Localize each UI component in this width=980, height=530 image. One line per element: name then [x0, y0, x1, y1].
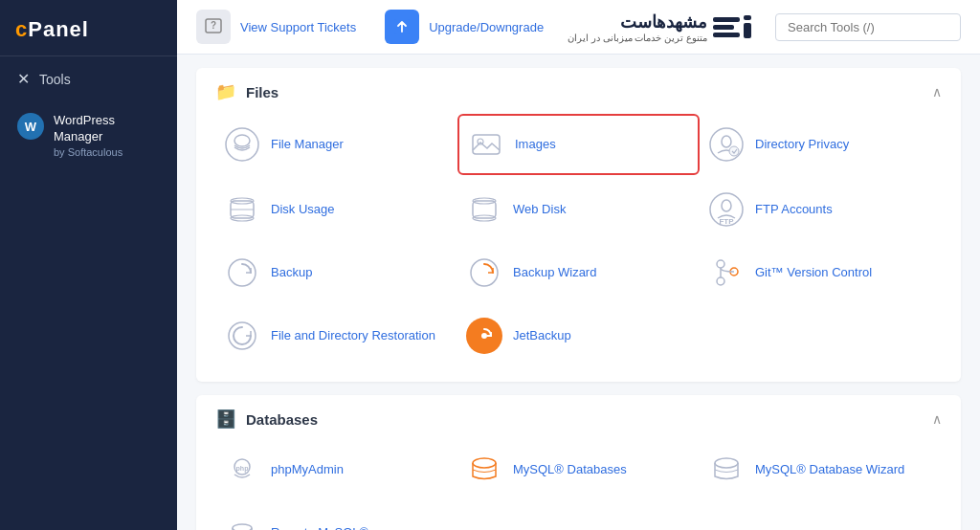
files-folder-icon: 📁 [215, 81, 236, 102]
backup-label: Backup [271, 265, 312, 281]
search-input[interactable] [775, 13, 961, 41]
files-collapse-icon[interactable]: ∧ [932, 84, 942, 99]
main-content: ? View Support Tickets Upgrade/Downgrade… [177, 0, 980, 530]
tool-disk-usage[interactable]: Disk Usage [215, 181, 457, 238]
disk-usage-icon [223, 190, 261, 229]
directory-privacy-label: Directory Privacy [755, 137, 849, 153]
mysql-databases-icon [465, 451, 503, 489]
git-version-control-icon [707, 254, 746, 292]
svg-point-22 [717, 260, 724, 268]
tool-git-version-control[interactable]: Git™ Version Control [700, 244, 942, 301]
git-version-control-label: Git™ Version Control [755, 265, 872, 281]
wp-manager-label: WordPress Manager [54, 113, 160, 145]
upgrade-icon [385, 10, 419, 44]
svg-text:php: php [236, 465, 249, 473]
ftp-accounts-label: FTP Accounts [755, 202, 833, 218]
phpmyadmin-label: phpMyAdmin [271, 462, 344, 478]
databases-icon: 🗄️ [215, 409, 236, 430]
databases-section-title: Databases [246, 411, 318, 428]
wordpress-icon: W [17, 113, 44, 140]
tool-jetbackup[interactable]: JetBackup [457, 307, 700, 364]
phpmyadmin-icon: php [223, 451, 261, 489]
support-tickets-icon: ? [196, 10, 231, 44]
file-directory-restoration-icon [223, 317, 261, 355]
svg-point-3 [226, 128, 258, 161]
topbar: ? View Support Tickets Upgrade/Downgrade… [177, 0, 980, 55]
mysql-database-wizard-label: MySQL® Database Wizard [755, 462, 904, 478]
cpanel-logo: cPanel [0, 0, 177, 56]
web-disk-icon [465, 190, 503, 229]
support-tickets-label: View Support Tickets [240, 20, 356, 34]
tool-phpmyadmin[interactable]: php phpMyAdmin [215, 441, 457, 498]
logo-text: cPanel [15, 17, 89, 41]
tools-icon: ✕ [17, 70, 30, 88]
svg-point-32 [233, 524, 252, 530]
tool-directory-privacy[interactable]: Directory Privacy [700, 114, 942, 175]
svg-text:?: ? [211, 20, 216, 31]
tool-backup-wizard[interactable]: Backup Wizard [457, 244, 700, 301]
svg-rect-5 [473, 135, 500, 154]
tool-mysql-database-wizard[interactable]: MySQL® Database Wizard [700, 441, 942, 498]
tool-ftp-accounts[interactable]: FTP FTP Accounts [700, 181, 942, 238]
file-manager-icon [223, 125, 261, 164]
upgrade-link[interactable]: Upgrade/Downgrade [385, 10, 544, 44]
files-section: 📁 Files ∧ File Manage [196, 68, 961, 382]
sidebar-item-tools[interactable]: ✕ Tools [0, 56, 177, 101]
files-section-title: Files [246, 84, 278, 100]
backup-wizard-label: Backup Wizard [513, 265, 596, 281]
files-tools-grid: File Manager Images [215, 114, 942, 364]
databases-collapse-icon[interactable]: ∧ [932, 411, 942, 427]
sidebar-item-wordpress[interactable]: W WordPress Manager by Softaculous [0, 101, 177, 170]
ftp-accounts-icon: FTP [707, 190, 746, 229]
svg-point-27 [481, 333, 487, 339]
images-label: Images [515, 137, 556, 153]
disk-usage-label: Disk Usage [271, 202, 334, 218]
directory-privacy-icon [707, 125, 746, 164]
jetbackup-label: JetBackup [513, 328, 571, 344]
brand-logo: مشهدهاست متنوع ترین خدمات میزبانی در ایر… [568, 11, 751, 43]
brand-name: مشهدهاست [568, 11, 707, 33]
databases-tools-grid: php phpMyAdmin MySQL® Databases [215, 441, 942, 530]
svg-point-31 [715, 458, 738, 468]
content-area: 📁 Files ∧ File Manage [177, 68, 980, 530]
brand-sub: متنوع ترین خدمات میزبانی در ایران [568, 33, 707, 43]
svg-point-4 [234, 135, 250, 146]
databases-section: 🗄️ Databases ∧ php phpMyAdmin [196, 395, 961, 530]
svg-point-8 [722, 136, 731, 147]
jetbackup-icon [465, 317, 503, 355]
svg-point-23 [717, 277, 724, 285]
databases-section-header: 🗄️ Databases ∧ [215, 409, 942, 430]
support-tickets-link[interactable]: ? View Support Tickets [196, 10, 356, 44]
sidebar-tools-label: Tools [39, 72, 71, 87]
upgrade-label: Upgrade/Downgrade [429, 20, 544, 34]
mysql-databases-label: MySQL® Databases [513, 462, 627, 478]
tool-images[interactable]: Images [457, 114, 700, 175]
tool-backup[interactable]: Backup [215, 244, 457, 301]
file-manager-label: File Manager [271, 137, 344, 153]
remote-mysql-label: Remote MySQL® [271, 525, 368, 530]
tool-web-disk[interactable]: Web Disk [457, 181, 700, 238]
svg-point-9 [729, 146, 739, 156]
svg-point-30 [473, 458, 496, 468]
tool-file-manager[interactable]: File Manager [215, 114, 457, 175]
mysql-database-wizard-icon [707, 451, 746, 489]
svg-point-18 [722, 200, 731, 211]
wp-manager-sub: by Softaculous [54, 145, 160, 159]
sidebar: cPanel ✕ Tools W WordPress Manager by So… [0, 0, 177, 530]
remote-mysql-icon [223, 514, 261, 530]
web-disk-label: Web Disk [513, 202, 566, 218]
svg-point-7 [710, 128, 743, 161]
topbar-left: ? View Support Tickets Upgrade/Downgrade [196, 10, 544, 44]
backup-icon [223, 254, 261, 292]
images-icon [467, 125, 505, 164]
files-section-header: 📁 Files ∧ [215, 81, 942, 102]
tool-file-directory-restoration[interactable]: File and Directory Restoration [215, 307, 457, 364]
tool-mysql-databases[interactable]: MySQL® Databases [457, 441, 700, 498]
tool-remote-mysql[interactable]: Remote MySQL® [215, 504, 457, 530]
svg-text:FTP: FTP [719, 217, 734, 226]
backup-wizard-icon [465, 254, 503, 292]
file-directory-restoration-label: File and Directory Restoration [271, 328, 435, 344]
